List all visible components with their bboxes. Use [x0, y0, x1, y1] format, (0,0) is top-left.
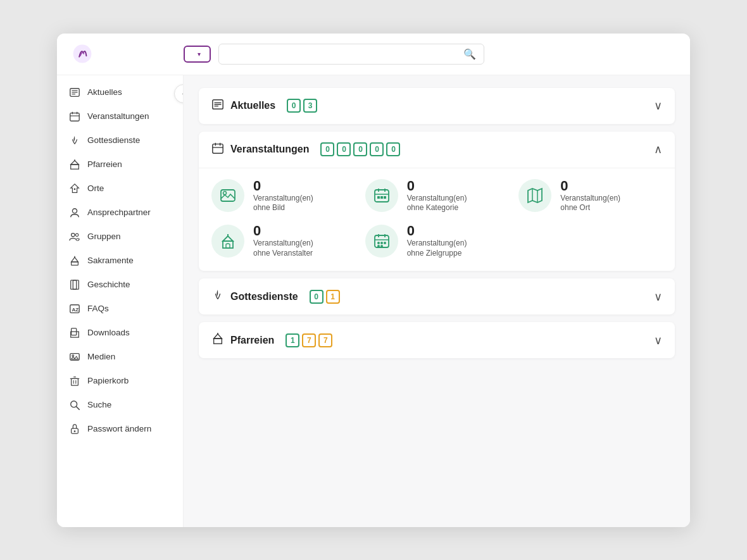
create-button[interactable]: ▾	[184, 46, 211, 63]
sidebar-item-ansprechpartner[interactable]: Ansprechpartner	[57, 201, 183, 225]
search-input[interactable]	[227, 49, 458, 59]
stat-item-veranstaltungen-2: 0Veranstaltung(en)ohne Ort	[518, 178, 662, 213]
faqs-icon: AZ	[68, 302, 81, 315]
app-window: ▾ 🔍 ‹ AktuellesVeranstaltungenGottesdien…	[57, 34, 690, 527]
svg-rect-52	[384, 196, 386, 199]
svg-point-12	[74, 188, 76, 190]
body-layout: ‹ AktuellesVeranstaltungenGottesdiensteP…	[57, 75, 690, 527]
sidebar-item-faqs-label: FAQs	[87, 304, 109, 313]
aktuelles-icon	[68, 86, 81, 99]
svg-point-32	[71, 401, 77, 407]
sidebar-item-medien[interactable]: Medien	[57, 345, 183, 369]
veranstaltungen-icon	[68, 110, 81, 123]
sidebar-item-ansprechpartner-label: Ansprechpartner	[87, 208, 151, 217]
section-title-pfarreien: Pfarreien	[230, 335, 274, 346]
svg-rect-19	[71, 280, 77, 289]
stat-item-veranstaltungen-0: 0Veranstaltung(en)ohne Bild	[211, 178, 355, 213]
svg-marker-68	[214, 334, 222, 339]
sidebar-item-aktuelles[interactable]: Aktuelles	[57, 80, 183, 104]
sidebar-item-geschichte[interactable]: Geschichte	[57, 273, 183, 297]
sidebar-item-orte[interactable]: Orte	[57, 177, 183, 201]
section-icon-aktuelles	[211, 98, 224, 114]
svg-rect-50	[377, 196, 380, 199]
section-header-aktuelles[interactable]: Aktuelles03∨	[199, 88, 675, 124]
sidebar-item-sakramente-label: Sakramente	[87, 256, 134, 265]
medien-icon	[68, 351, 81, 363]
svg-rect-5	[70, 113, 79, 121]
sidebar-item-suche-label: Suche	[87, 400, 111, 409]
svg-point-65	[377, 245, 380, 247]
sakramente-icon	[68, 254, 81, 267]
svg-point-13	[72, 208, 77, 213]
pfarreien-icon	[68, 158, 81, 171]
sidebar-item-gottesdienste[interactable]: Gottesdienste	[57, 128, 183, 152]
ansprechpartner-icon	[68, 206, 81, 219]
svg-rect-9	[71, 165, 79, 169]
svg-marker-56	[223, 236, 233, 241]
gottesdienste-icon	[68, 134, 81, 147]
sidebar-item-sakramente[interactable]: Sakramente	[57, 249, 183, 273]
svg-point-15	[75, 233, 78, 237]
sidebar-item-veranstaltungen[interactable]: Veranstaltungen	[57, 104, 183, 128]
section-header-pfarreien[interactable]: Pfarreien177∨	[199, 322, 675, 358]
section-content-veranstaltungen: 0Veranstaltung(en)ohne Bild0Veranstaltun…	[199, 168, 675, 271]
passwort-icon	[68, 423, 81, 435]
svg-point-63	[380, 242, 383, 244]
svg-line-33	[77, 406, 80, 409]
badge-veranstaltungen-0: 0	[320, 142, 334, 156]
svg-rect-46	[375, 190, 389, 202]
section-title-area-aktuelles: Aktuelles03	[211, 98, 317, 114]
stat-info-veranstaltungen-2: 0Veranstaltung(en)ohne Ort	[560, 178, 620, 213]
sections-container: Aktuelles03∨Veranstaltungen00000∧0Verans…	[199, 88, 675, 359]
stat-number-veranstaltungen-3: 0	[253, 223, 313, 239]
sidebar-item-veranstaltungen-label: Veranstaltungen	[87, 111, 149, 121]
stat-number-veranstaltungen-1: 0	[407, 178, 467, 194]
sidebar-nav: AktuellesVeranstaltungenGottesdienstePfa…	[57, 80, 183, 441]
section-icon-pfarreien	[211, 332, 224, 348]
section-title-area-gottesdienste: Gottesdienste01	[211, 289, 340, 304]
logo-icon	[72, 44, 92, 64]
sidebar-item-pfarreien[interactable]: Pfarreien	[57, 152, 183, 177]
svg-rect-51	[380, 196, 383, 199]
stat-label-veranstaltungen-3: Veranstaltung(en)ohne Veranstalter	[253, 239, 313, 258]
sidebar-item-gruppen[interactable]: Gruppen	[57, 225, 183, 249]
orte-icon	[68, 182, 81, 195]
sidebar-item-faqs[interactable]: AZFAQs	[57, 297, 183, 321]
section-header-gottesdienste[interactable]: Gottesdienste01∨	[199, 278, 675, 314]
svg-point-14	[72, 233, 75, 236]
sidebar-item-pfarreien-label: Pfarreien	[87, 159, 122, 169]
search-bar: 🔍	[218, 44, 484, 65]
section-header-veranstaltungen[interactable]: Veranstaltungen00000∧	[199, 132, 675, 168]
sidebar-item-papierkorb[interactable]: Papierkorb	[57, 369, 183, 393]
downloads-icon	[68, 327, 81, 339]
sidebar-item-suche[interactable]: Suche	[57, 393, 183, 417]
svg-rect-55	[223, 241, 233, 248]
badge-pfarreien-0: 1	[286, 333, 299, 347]
stat-number-veranstaltungen-0: 0	[253, 178, 313, 194]
main-content: Aktuelles03∨Veranstaltungen00000∧0Verans…	[184, 75, 690, 527]
stat-item-veranstaltungen-3: 0Veranstaltung(en)ohne Veranstalter	[211, 223, 355, 258]
sidebar-item-passwort[interactable]: Passwort ändern	[57, 417, 183, 441]
stat-info-veranstaltungen-1: 0Veranstaltung(en)ohne Kategorie	[407, 178, 467, 213]
svg-point-62	[377, 242, 380, 244]
suche-icon	[68, 399, 81, 411]
sidebar-item-downloads[interactable]: Downloads	[57, 321, 183, 345]
sidebar: ‹ AktuellesVeranstaltungenGottesdiensteP…	[57, 75, 184, 527]
stat-circle-veranstaltungen-1	[365, 179, 398, 212]
sidebar-item-aktuelles-label: Aktuelles	[87, 87, 122, 97]
svg-marker-24	[71, 332, 79, 337]
section-veranstaltungen: Veranstaltungen00000∧0Veranstaltung(en)o…	[199, 132, 675, 271]
search-icon[interactable]: 🔍	[463, 48, 476, 60]
badge-group-pfarreien: 177	[286, 333, 332, 347]
section-title-veranstaltungen: Veranstaltungen	[230, 144, 309, 155]
badge-aktuelles-1: 3	[303, 99, 317, 113]
svg-marker-10	[71, 160, 79, 164]
stat-circle-veranstaltungen-0	[211, 179, 244, 212]
section-pfarreien: Pfarreien177∨	[199, 322, 675, 358]
section-title-area-pfarreien: Pfarreien177	[211, 332, 332, 348]
badge-aktuelles-0: 0	[287, 99, 301, 113]
sidebar-item-orte-label: Orte	[87, 184, 104, 193]
chevron-pfarreien: ∨	[654, 333, 662, 347]
badge-pfarreien-2: 7	[318, 333, 332, 347]
gruppen-icon	[68, 230, 81, 243]
